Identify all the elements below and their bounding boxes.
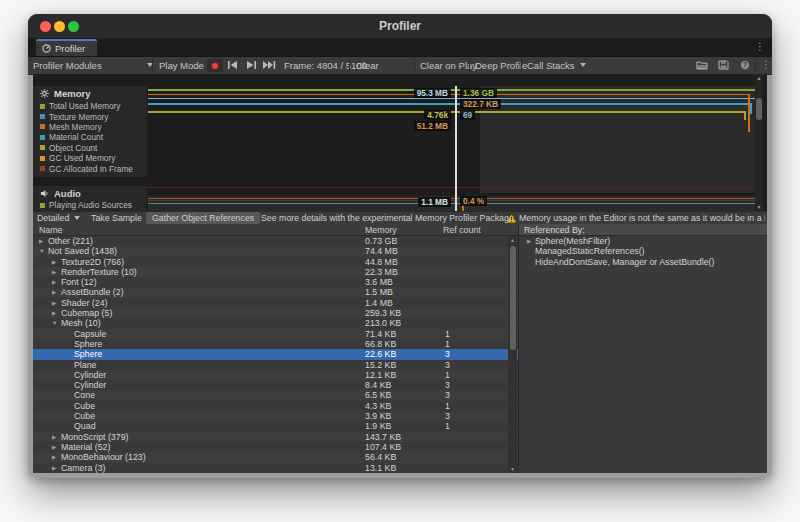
table-row[interactable]: ▼Not Saved (1438)74.4 MB: [33, 246, 518, 256]
legend-color-swatch: [40, 156, 45, 161]
editor-memory-warning: Memory usage in the Editor is not the sa…: [507, 212, 765, 224]
scroll-down-icon[interactable]: ▼: [755, 204, 763, 210]
toolbar-separator: [521, 58, 522, 72]
table-row[interactable]: ▶AssetBundle (2)1.5 MB: [33, 287, 518, 297]
previous-frame-button[interactable]: [227, 60, 239, 72]
scroll-up-icon[interactable]: ▲: [508, 237, 517, 243]
chevron-right-icon[interactable]: ▶: [52, 287, 56, 297]
legend-item[interactable]: GC Used Memory: [40, 153, 133, 163]
scrollbar-thumb[interactable]: [756, 98, 762, 120]
profiler-modules-dropdown[interactable]: Profiler Modules: [33, 57, 102, 73]
load-profile-button[interactable]: [696, 60, 708, 72]
cell-memory: 143.7 KB: [365, 432, 401, 442]
legend-item[interactable]: Playing Audio Sources: [40, 200, 132, 210]
legend-item[interactable]: Mesh Memory: [40, 122, 133, 132]
deep-profile-toggle[interactable]: Deep Profile: [475, 57, 527, 73]
referenced-by-item[interactable]: ▶Sphere(MeshFilter): [519, 236, 767, 246]
detailed-dropdown[interactable]: Detailed: [37, 212, 80, 224]
table-row[interactable]: ▶MonoBehaviour (123)56.4 KB: [33, 452, 518, 462]
column-memory[interactable]: Memory: [365, 225, 397, 235]
table-row[interactable]: Plane15.2 KB3: [33, 360, 518, 370]
cell-ref-count: 3: [445, 411, 450, 421]
referenced-by-item[interactable]: ManagedStaticReferences(): [519, 246, 767, 256]
legend-item[interactable]: Total Used Memory: [40, 101, 133, 111]
chevron-right-icon[interactable]: ▶: [52, 463, 56, 473]
table-row[interactable]: ▶Other (221)0.73 GB: [33, 236, 518, 246]
clear-button[interactable]: Clear: [356, 57, 379, 73]
chart-value-label: 69: [460, 110, 475, 120]
chart-value-label: 1.1 MB: [418, 197, 451, 207]
current-frame-button[interactable]: [262, 60, 277, 72]
legend-color-swatch: [40, 135, 45, 140]
cell-memory: 3.9 KB: [365, 411, 391, 421]
table-row[interactable]: ▼Mesh (10)213.0 KB: [33, 318, 518, 328]
table-row[interactable]: Cube3.9 KB3: [33, 411, 518, 421]
referenced-by-item[interactable]: HideAndDontSave, Manager or AssetBundle(…: [519, 257, 767, 267]
charts-scrollbar[interactable]: ▲ ▼: [755, 74, 763, 211]
save-profile-button[interactable]: [718, 60, 729, 72]
table-row[interactable]: ▶Cubemap (5)259.3 KB: [33, 308, 518, 318]
chevron-right-icon[interactable]: ▶: [527, 236, 531, 246]
legend-item[interactable]: Object Count: [40, 143, 133, 153]
call-stacks-dropdown[interactable]: Call Stacks: [527, 57, 586, 73]
chevron-right-icon[interactable]: ▶: [52, 257, 56, 267]
chevron-right-icon[interactable]: ▶: [52, 267, 56, 277]
gear-icon: [40, 89, 49, 98]
chevron-down-icon[interactable]: ▼: [39, 246, 44, 256]
screen: Profiler Profiler ⋮ Profiler Modules Pla…: [0, 0, 800, 522]
memory-chart[interactable]: 95.3 MB1.36 GB322.7 KB4.76k6951.2 MB1.1 …: [148, 74, 755, 211]
profiler-content: 95.3 MB1.36 GB322.7 KB4.76k6951.2 MB1.1 …: [33, 74, 767, 473]
toolbar-menu-kebab-icon[interactable]: ⋮: [761, 60, 771, 70]
table-scrollbar[interactable]: ▲ ▼: [508, 236, 517, 473]
chevron-right-icon[interactable]: ▶: [52, 298, 56, 308]
table-row[interactable]: Cube4.3 KB1: [33, 401, 518, 411]
cell-name: Camera (3): [61, 463, 105, 473]
table-row[interactable]: Capsule71.4 KB1: [33, 329, 518, 339]
table-row[interactable]: ▶MonoScript (379)143.7 KB: [33, 432, 518, 442]
chevron-right-icon[interactable]: ▶: [52, 432, 56, 442]
memory-module-header[interactable]: Memory: [40, 88, 90, 99]
table-row[interactable]: ▶Camera (3)13.1 KB: [33, 463, 518, 473]
next-frame-button[interactable]: [245, 60, 257, 72]
table-row[interactable]: Cylinder8.4 KB3: [33, 380, 518, 390]
legend-item[interactable]: GC Allocated In Frame: [40, 163, 133, 173]
tab-menu-kebab-icon[interactable]: ⋮: [755, 42, 765, 52]
table-row[interactable]: ▶Font (12)3.6 MB: [33, 277, 518, 287]
cell-ref-count: 1: [445, 339, 450, 349]
scroll-down-icon[interactable]: ▼: [508, 466, 517, 472]
chevron-right-icon[interactable]: ▶: [52, 452, 56, 462]
cell-ref-count: 1: [445, 370, 450, 380]
chevron-right-icon[interactable]: ▶: [39, 236, 43, 246]
gather-object-references-toggle[interactable]: Gather Object References: [146, 212, 260, 224]
legend-label: Object Count: [49, 143, 97, 153]
chevron-right-icon[interactable]: ▶: [52, 277, 56, 287]
table-row[interactable]: Cone6.5 KB3: [33, 390, 518, 400]
tab-profiler[interactable]: Profiler: [36, 39, 97, 56]
chevron-right-icon[interactable]: ▶: [52, 442, 56, 452]
cell-memory: 22.6 KB: [365, 349, 396, 359]
help-icon[interactable]: ?: [740, 60, 750, 72]
table-row[interactable]: Sphere22.6 KB3: [33, 349, 518, 359]
chevron-down-icon[interactable]: ▼: [52, 318, 57, 328]
column-ref-count[interactable]: Ref count: [443, 225, 481, 235]
table-row[interactable]: ▶RenderTexture (10)22.3 MB: [33, 267, 518, 277]
scrollbar-thumb[interactable]: [510, 246, 516, 350]
table-row[interactable]: ▶Material (52)107.4 KB: [33, 442, 518, 452]
cell-name: Capsule: [74, 329, 106, 339]
chevron-right-icon[interactable]: ▶: [52, 308, 56, 318]
cell-memory: 107.4 KB: [365, 442, 401, 452]
legend-label: Total Used Memory: [49, 101, 120, 111]
legend-item[interactable]: Texture Memory: [40, 111, 133, 121]
record-button[interactable]: [207, 59, 223, 72]
table-row[interactable]: Quad1.9 KB1: [33, 421, 518, 431]
scroll-up-icon[interactable]: ▲: [755, 75, 763, 81]
table-row[interactable]: Sphere66.8 KB1: [33, 339, 518, 349]
table-row[interactable]: Cylinder12.1 KB1: [33, 370, 518, 380]
take-sample-button[interactable]: Take Sample: [91, 212, 142, 224]
audio-module-header[interactable]: Audio: [40, 188, 81, 199]
column-name[interactable]: Name: [39, 225, 62, 235]
legend-item[interactable]: Material Count: [40, 132, 133, 142]
cell-memory: 4.3 KB: [365, 401, 391, 411]
table-row[interactable]: ▶Texture2D (766)44.8 MB: [33, 257, 518, 267]
table-row[interactable]: ▶Shader (24)1.4 MB: [33, 298, 518, 308]
